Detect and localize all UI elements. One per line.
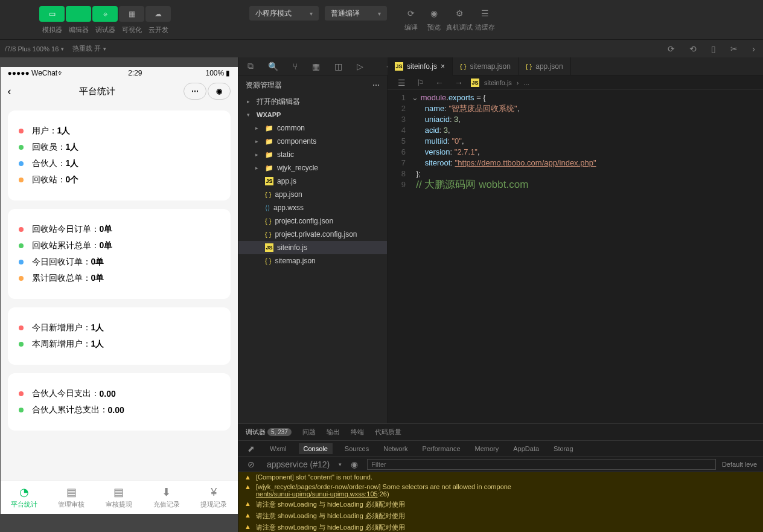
code-text[interactable]: ⌄ module.exports = { name: "智慧废品回收系统", u… <box>412 90 596 423</box>
action-真机调试[interactable]: ⚙ <box>449 6 470 21</box>
filetab-siteinfo.js[interactable]: JSsiteinfo.js× <box>388 57 453 75</box>
devtab-Console[interactable]: Console <box>299 443 333 454</box>
devtab-Wxml[interactable]: Wxml <box>267 443 289 454</box>
dbgtab-问题[interactable]: 问题 <box>302 428 316 437</box>
console-filter-input[interactable] <box>367 459 716 470</box>
bookmark-icon[interactable]: ⚐ <box>413 78 427 88</box>
context-dropdown[interactable]: appservice (#12) <box>264 460 333 469</box>
file-app.js[interactable]: JSapp.js <box>238 175 387 188</box>
filetab-sitemap.json[interactable]: { }sitemap.json <box>453 57 519 75</box>
tab-icon: ▤ <box>66 486 77 499</box>
file-siteinfo.js[interactable]: JSsiteinfo.js <box>238 241 387 254</box>
run-icon[interactable]: ▷ <box>354 62 366 71</box>
tab-平台统计[interactable]: ◔平台统计 <box>1 481 48 514</box>
dot-icon <box>19 408 24 412</box>
console-output[interactable]: ▲[Component] slot "content" is not found… <box>238 472 763 532</box>
toolbar-编辑器[interactable] <box>66 6 91 22</box>
file-app.wxss[interactable]: ⟨⟩app.wxss <box>238 201 387 214</box>
project-root[interactable]: ▾WXAPP <box>238 108 387 121</box>
copy-icon[interactable]: ⧉ <box>244 61 257 71</box>
dot-icon <box>19 129 24 133</box>
menu-capsule[interactable]: ⋯ <box>184 83 206 100</box>
devtab-Sources[interactable]: Sources <box>342 443 371 454</box>
console-line: ▲请注意 showLoading 与 hideLoading 必须配对使用 <box>238 499 763 510</box>
tab-管理审核[interactable]: ▤管理审核 <box>48 481 95 514</box>
mode-dropdown[interactable]: 小程序模式 <box>249 6 319 21</box>
json-icon: { } <box>526 63 532 70</box>
folder-icon: 📁 <box>265 151 273 159</box>
breadcrumb-file[interactable]: siteinfo.js <box>484 79 512 86</box>
devtab-Storag[interactable]: Storag <box>551 443 575 454</box>
stat-row: 回收站累计总单：0单 <box>19 240 220 251</box>
wxss-icon: ⟨⟩ <box>265 204 270 212</box>
file-static[interactable]: ▸📁static <box>238 148 387 161</box>
json-icon: { } <box>265 217 271 225</box>
stat-row: 累计回收总单：0单 <box>19 273 220 284</box>
top-toolbar: ▭模拟器编辑器⟐调试器▦可视化☁云开发 小程序模式 普通编译 ⟳编译◉预览⚙真机… <box>0 0 763 39</box>
file-sitemap.json[interactable]: { }sitemap.json <box>238 254 387 268</box>
open-editors-section[interactable]: ▸打开的编辑器 <box>238 95 387 108</box>
phone-body[interactable]: 用户：1人回收员：1人合伙人：1人回收站：0个回收站今日订单：0单回收站累计总单… <box>1 103 238 480</box>
file-wjyk_recycle[interactable]: ▸📁wjyk_recycle <box>238 161 387 175</box>
devtab-AppData[interactable]: AppData <box>511 443 541 454</box>
toolbar-模拟器[interactable]: ▭ <box>39 6 65 22</box>
devtab-Network[interactable]: Network <box>381 443 410 454</box>
file-project.private.config.json[interactable]: { }project.private.config.json <box>238 228 387 241</box>
line-gutter: 123456789 <box>388 90 412 423</box>
devtab-Performance[interactable]: Performance <box>420 443 463 454</box>
file-app.json[interactable]: { }app.json <box>238 188 387 201</box>
more-icon[interactable]: › <box>749 44 758 54</box>
log-level-dropdown[interactable]: Default leve <box>722 461 757 468</box>
grid-icon[interactable]: ▦ <box>309 62 323 71</box>
folder-icon: 📁 <box>265 138 273 146</box>
tab-充值记录[interactable]: ⬇充值记录 <box>142 481 190 514</box>
dbgtab-输出[interactable]: 输出 <box>327 428 340 437</box>
tab-提现记录[interactable]: ¥提现记录 <box>190 481 238 514</box>
json-icon: { } <box>460 63 466 70</box>
outline-icon[interactable]: ☰ <box>395 78 409 88</box>
dbgtab-代码质量[interactable]: 代码质量 <box>375 428 401 437</box>
stat-card: 用户：1人回收员：1人合伙人：1人回收站：0个 <box>8 111 231 200</box>
action-预览[interactable]: ◉ <box>423 6 445 21</box>
js-icon: JS <box>265 243 273 252</box>
toolbar-云开发[interactable]: ☁ <box>145 6 171 22</box>
filetab-app.json[interactable]: { }app.json <box>519 57 571 75</box>
code-editor[interactable]: ☰ ⚐ ← → JS siteinfo.js › ... 123456789 ⌄… <box>388 75 763 423</box>
device-dropdown[interactable]: /7/8 Plus 100% 16 <box>5 45 64 53</box>
cut-icon[interactable]: ✂ <box>727 44 741 54</box>
eye-icon[interactable]: ◉ <box>348 460 361 469</box>
action-清缓存[interactable]: ☰ <box>474 6 496 21</box>
hotreload-dropdown[interactable]: 热重载 开 <box>72 44 106 53</box>
console-line: ▲请注意 showLoading 与 hideLoading 必须配对使用 <box>238 510 763 522</box>
stat-card: 今日新增用户：1人本周新增用户：1人 <box>8 307 231 365</box>
tab-icon: ◔ <box>19 486 29 499</box>
file-common[interactable]: ▸📁common <box>238 121 387 135</box>
device-icon[interactable]: ▯ <box>708 44 719 54</box>
rotate-icon[interactable]: ⟲ <box>686 44 700 54</box>
devtab-Memory[interactable]: Memory <box>473 443 502 454</box>
clear-console-icon[interactable]: ⊘ <box>244 460 258 469</box>
explorer-more-icon[interactable]: ⋯ <box>372 81 380 89</box>
file-project.config.json[interactable]: { }project.config.json <box>238 214 387 228</box>
toolbar-调试器[interactable]: ⟐ <box>92 6 118 22</box>
toolbar-可视化[interactable]: ▦ <box>119 6 144 22</box>
js-icon: JS <box>395 62 403 71</box>
compile-dropdown[interactable]: 普通编译 <box>325 6 387 21</box>
dot-icon <box>19 276 24 281</box>
branch-icon[interactable]: ⑂ <box>290 62 301 71</box>
back-icon[interactable]: ‹ <box>8 85 11 98</box>
file-components[interactable]: ▸📁components <box>238 135 387 148</box>
box-icon[interactable]: ◫ <box>331 62 345 71</box>
tab-审核提现[interactable]: ▤审核提现 <box>95 481 143 514</box>
dbgtab-终端[interactable]: 终端 <box>351 428 364 437</box>
bc-fwd-icon[interactable]: → <box>452 78 466 88</box>
dbgtab-调试器[interactable]: 调试器 5, 237 <box>246 428 292 437</box>
inspect-icon[interactable]: ⬈ <box>244 444 258 453</box>
bc-back-icon[interactable]: ← <box>432 78 447 88</box>
refresh-icon[interactable]: ⟳ <box>665 44 678 54</box>
close-icon[interactable]: × <box>441 62 445 71</box>
stat-row: 合伙人累计总支出：0.00 <box>19 405 220 415</box>
close-capsule[interactable]: ◉ <box>208 83 231 100</box>
search-icon[interactable]: 🔍 <box>265 62 281 71</box>
action-编译[interactable]: ⟳ <box>400 6 422 21</box>
